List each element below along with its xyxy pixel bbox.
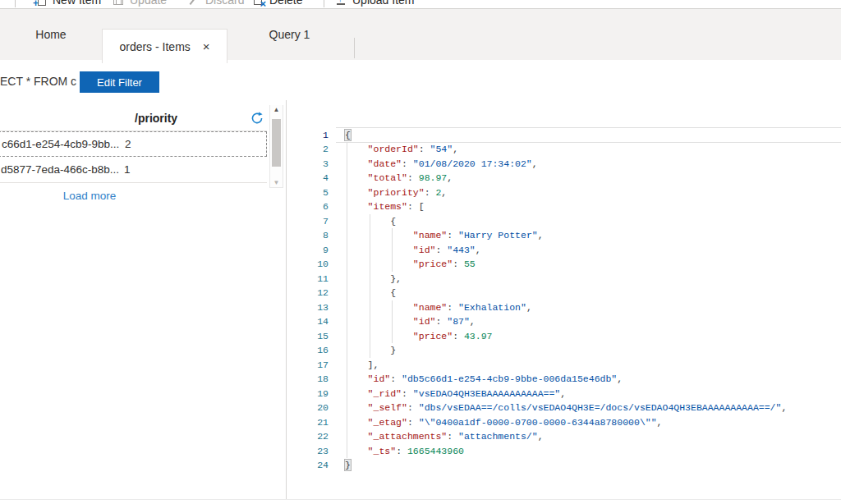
editor-line[interactable]: 22 "_attachments": "attachments/", xyxy=(287,429,841,444)
scrollbar-down-icon[interactable]: ▼ xyxy=(270,179,283,186)
editor-line[interactable]: 20 "_self": "dbs/vsEDAA==/colls/vsEDAO4Q… xyxy=(287,401,841,415)
editor-line[interactable]: 2 "orderId": "54", xyxy=(287,142,841,157)
editor-line[interactable]: 15 "price": 43.97 xyxy=(287,329,841,344)
line-number: 22 xyxy=(287,429,329,444)
tab-bar: Homeorders - Items×Query 1 xyxy=(0,9,841,60)
editor-line[interactable]: 3 "date": "01/08/2020 17:34:02", xyxy=(287,157,841,172)
line-number: 2 xyxy=(287,142,329,157)
line-number: 5 xyxy=(287,186,329,200)
editor-line[interactable]: 24} xyxy=(287,458,841,473)
query-text: ECT * FROM c xyxy=(0,75,76,88)
load-more-link[interactable]: Load more xyxy=(52,190,127,202)
json-document-editor[interactable]: 1{2 "orderId": "54",3 "date": "01/08/202… xyxy=(287,105,841,499)
editor-line[interactable]: 6 "items": [ xyxy=(287,199,841,214)
document-row[interactable]: c66d1-e254-4cb9-9bb...2 xyxy=(0,131,267,157)
editor-line[interactable]: 9 "id": "443", xyxy=(287,243,841,258)
line-number: 1 xyxy=(287,128,329,143)
editor-line[interactable]: 19 "_rid": "vsEDAO4QH3EBAAAAAAAAAA==", xyxy=(287,387,841,401)
tab-home[interactable]: Home xyxy=(0,9,102,60)
toolbar-button-label: Discard xyxy=(205,0,244,7)
bracket-match-highlight: { xyxy=(345,130,351,140)
close-icon[interactable]: × xyxy=(203,41,210,53)
refresh-icon[interactable] xyxy=(250,111,264,126)
line-number: 7 xyxy=(287,214,329,229)
code-text: "_attachments": "attachments/", xyxy=(345,429,544,444)
line-number: 16 xyxy=(287,343,329,358)
editor-line[interactable]: 11 }, xyxy=(287,272,841,286)
line-number: 20 xyxy=(287,401,329,415)
editor-line[interactable]: 23 "_ts": 1665443960 xyxy=(287,444,841,459)
line-number: 11 xyxy=(287,272,329,286)
tab-label: Home xyxy=(35,28,66,41)
editor-line[interactable]: 18 "id": "db5c66d1-e254-4cb9-9bbe-006da1… xyxy=(287,372,841,387)
code-text: "total": 98.97, xyxy=(345,171,453,186)
bracket-match-highlight: } xyxy=(345,460,351,470)
line-number: 24 xyxy=(287,458,329,473)
toolbar-button-new-item[interactable]: New Item xyxy=(34,0,101,8)
toolbar-separator xyxy=(324,0,324,7)
partition-key-column-header: /priority xyxy=(135,112,177,125)
toolbar-button-update[interactable]: Update xyxy=(112,0,167,8)
editor-line[interactable]: 12 { xyxy=(287,286,841,300)
code-text: "_etag": "\"0400a1df-0000-0700-0000-6344… xyxy=(345,415,663,430)
editor-line[interactable]: 21 "_etag": "\"0400a1df-0000-0700-0000-6… xyxy=(287,415,841,430)
code-text: { xyxy=(345,128,351,143)
code-text: }, xyxy=(345,272,402,286)
line-number: 9 xyxy=(287,243,329,258)
editor-line[interactable]: 8 "name": "Harry Potter", xyxy=(287,228,841,243)
document-row[interactable]: d5877-7eda-466c-b8b...1 xyxy=(0,157,267,182)
tab-separator xyxy=(354,38,355,58)
line-number: 18 xyxy=(287,372,329,387)
toolbar-button-label: New Item xyxy=(53,0,101,7)
code-text: "id": "db5c66d1-e254-4cb9-9bbe-006da15e4… xyxy=(345,372,623,387)
code-text: "name": "Harry Potter", xyxy=(345,228,544,243)
tab-label: Query 1 xyxy=(269,28,310,41)
line-number: 23 xyxy=(287,444,329,459)
line-number: 6 xyxy=(287,199,329,214)
editor-line[interactable]: 17 ], xyxy=(287,358,841,373)
toolbar-button-label: Delete xyxy=(269,0,302,7)
code-text: "price": 43.97 xyxy=(345,329,492,344)
line-number: 8 xyxy=(287,228,329,243)
code-text: "_rid": "vsEDAO4QH3EBAAAAAAAAAA==", xyxy=(345,387,566,401)
editor-line[interactable]: 1{ xyxy=(287,128,841,143)
filter-row: ECT * FROM c Edit Filter xyxy=(0,60,841,103)
document-priority-value: 1 xyxy=(124,163,131,176)
code-text: "orderId": "54", xyxy=(345,142,458,157)
code-text: "id": "443", xyxy=(345,243,481,258)
editor-line[interactable]: 7 { xyxy=(287,214,841,229)
toolbar-button-label: Upload Item xyxy=(352,0,414,7)
editor-line[interactable]: 10 "price": 55 xyxy=(287,257,841,272)
upload-item-icon xyxy=(334,0,347,7)
command-bar: New ItemUpdateDiscardDeleteUpload Item xyxy=(0,0,841,8)
scrollbar-up-icon[interactable]: ▲ xyxy=(270,106,283,113)
editor-line[interactable]: 5 "priority": 2, xyxy=(287,186,841,200)
editor-line[interactable]: 16 } xyxy=(287,343,841,358)
edit-filter-button[interactable]: Edit Filter xyxy=(80,71,159,93)
editor-line[interactable]: 4 "total": 98.97, xyxy=(287,171,841,186)
code-text: } xyxy=(345,343,396,358)
scrollbar-thumb[interactable] xyxy=(272,119,281,167)
delete-icon xyxy=(251,0,264,7)
editor-line[interactable]: 13 "name": "Exhalation", xyxy=(287,300,841,315)
code-text: ], xyxy=(345,358,379,373)
toolbar-button-discard[interactable]: Discard xyxy=(187,0,244,8)
line-number: 19 xyxy=(287,387,329,401)
line-number: 21 xyxy=(287,415,329,430)
toolbar-separator xyxy=(15,0,16,7)
documents-scrollbar[interactable]: ▲ ▼ xyxy=(269,105,283,188)
toolbar-button-upload-item[interactable]: Upload Item xyxy=(334,0,414,8)
code-text: "_ts": 1665443960 xyxy=(345,444,464,459)
line-number: 14 xyxy=(287,314,329,329)
line-number: 3 xyxy=(287,157,329,172)
toolbar-button-delete[interactable]: Delete xyxy=(251,0,302,8)
code-text: "priority": 2, xyxy=(345,186,447,200)
tab-orders-items[interactable]: orders - Items× xyxy=(102,29,227,63)
new-item-icon xyxy=(34,0,48,7)
tab-query-1[interactable]: Query 1 xyxy=(227,9,352,60)
cosmos-data-explorer: New ItemUpdateDiscardDeleteUpload Item H… xyxy=(0,0,841,504)
line-number: 15 xyxy=(287,329,329,344)
editor-line[interactable]: 14 "id": "87", xyxy=(287,314,841,329)
code-text: "id": "87", xyxy=(345,314,476,329)
row-divider xyxy=(0,182,267,183)
